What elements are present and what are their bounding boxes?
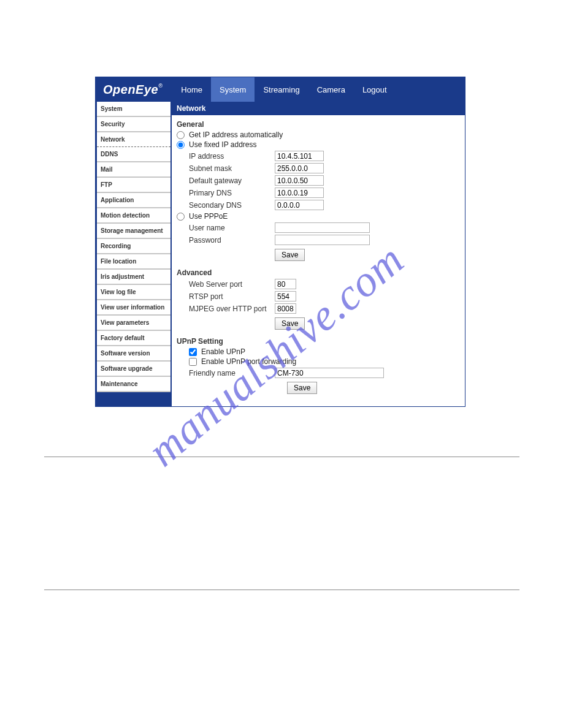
label-username: User name <box>189 224 275 232</box>
radio-pppoe-row: Use PPPoE <box>177 212 460 221</box>
radio-fixed-ip[interactable] <box>177 141 185 149</box>
label-ip: IP address <box>189 152 275 161</box>
input-ip[interactable] <box>275 151 324 161</box>
label-password: Password <box>189 236 275 245</box>
tab-streaming[interactable]: Streaming <box>255 77 308 102</box>
input-dns2[interactable] <box>275 200 324 210</box>
input-dns1[interactable] <box>275 188 324 198</box>
label-dns1: Primary DNS <box>189 189 275 197</box>
tab-camera[interactable]: Camera <box>308 77 354 102</box>
input-mask[interactable] <box>275 163 324 173</box>
sidebar-item-ddns[interactable]: DDNS <box>97 147 170 162</box>
tab-system[interactable]: System <box>211 77 255 102</box>
sidebar-item-file-location[interactable]: File location <box>97 254 170 270</box>
heading-general: General <box>177 120 460 129</box>
radio-auto-ip-row: Get IP address automatically <box>177 131 460 139</box>
label-dns2: Secondary DNS <box>189 201 275 210</box>
tab-home[interactable]: Home <box>172 77 211 102</box>
sidebar-item-ftp[interactable]: FTP <box>97 178 170 193</box>
sidebar-item-storage-management[interactable]: Storage management <box>97 224 170 239</box>
heading-upnp: UPnP Setting <box>177 337 460 346</box>
label-webport: Web Server port <box>189 280 275 289</box>
divider-2 <box>44 590 519 590</box>
radio-pppoe-label: Use PPPoE <box>189 212 228 221</box>
save-advanced-button[interactable]: Save <box>275 317 305 330</box>
sidebar-item-software-version[interactable]: Software version <box>97 346 170 362</box>
content: General Get IP address automatically Use… <box>172 115 465 406</box>
input-webport[interactable] <box>275 279 296 289</box>
sidebar-item-view-parameters[interactable]: View parameters <box>97 316 170 331</box>
main-panel: Network General Get IP address automatic… <box>172 102 465 406</box>
topbar: OpenEye® Home System Streaming Camera Lo… <box>96 77 465 102</box>
sidebar-item-iris-adjustment[interactable]: Iris adjustment <box>97 270 170 285</box>
sidebar-item-system[interactable]: System <box>97 102 170 117</box>
topnav: Home System Streaming Camera Logout <box>172 77 395 102</box>
label-rtsp: RTSP port <box>189 292 275 301</box>
heading-advanced: Advanced <box>177 268 460 277</box>
radio-auto-ip[interactable] <box>177 131 185 139</box>
input-mjpeg[interactable] <box>275 303 296 314</box>
label-friendly-name: Friendly name <box>189 369 275 377</box>
input-gateway[interactable] <box>275 175 324 186</box>
sidebar-item-motion-detection[interactable]: Motion detection <box>97 208 170 224</box>
panel-title: Network <box>172 102 465 115</box>
sidebar-item-view-log-file[interactable]: View log file <box>97 285 170 300</box>
save-general-button[interactable]: Save <box>275 249 305 261</box>
input-username[interactable] <box>275 222 370 233</box>
sidebar: System Security Network DDNS Mail FTP Ap… <box>96 102 172 406</box>
sidebar-item-network[interactable]: Network <box>97 132 170 147</box>
sidebar-item-software-upgrade[interactable]: Software upgrade <box>97 362 170 377</box>
sidebar-item-security[interactable]: Security <box>97 117 170 132</box>
radio-fixed-ip-label: Use fixed IP address <box>189 140 257 149</box>
label-upnp-forwarding: Enable UPnP port forwarding <box>201 357 296 366</box>
admin-panel: OpenEye® Home System Streaming Camera Lo… <box>95 77 465 407</box>
checkbox-enable-upnp[interactable] <box>189 348 197 356</box>
radio-pppoe[interactable] <box>177 213 185 221</box>
sidebar-item-maintenance[interactable]: Maintenance <box>97 377 170 392</box>
divider-1 <box>44 457 519 457</box>
sidebar-item-application[interactable]: Application <box>97 193 170 208</box>
input-password[interactable] <box>275 235 370 245</box>
sidebar-item-mail[interactable]: Mail <box>97 162 170 178</box>
brand-logo: OpenEye® <box>103 83 172 97</box>
label-enable-upnp: Enable UPnP <box>201 347 245 356</box>
radio-fixed-ip-row: Use fixed IP address <box>177 140 460 149</box>
input-friendly-name[interactable] <box>275 368 384 378</box>
radio-auto-ip-label: Get IP address automatically <box>189 131 283 139</box>
tab-logout[interactable]: Logout <box>354 77 396 102</box>
label-gateway: Default gateway <box>189 176 275 185</box>
checkbox-upnp-forwarding[interactable] <box>189 358 197 366</box>
sidebar-item-recording[interactable]: Recording <box>97 239 170 254</box>
sidebar-item-view-user-information[interactable]: View user information <box>97 300 170 316</box>
sidebar-item-factory-default[interactable]: Factory default <box>97 331 170 346</box>
save-upnp-button[interactable]: Save <box>287 382 317 394</box>
label-mask: Subnet mask <box>189 164 275 173</box>
input-rtsp[interactable] <box>275 291 296 301</box>
label-mjpeg: MJPEG over HTTP port <box>189 305 275 313</box>
